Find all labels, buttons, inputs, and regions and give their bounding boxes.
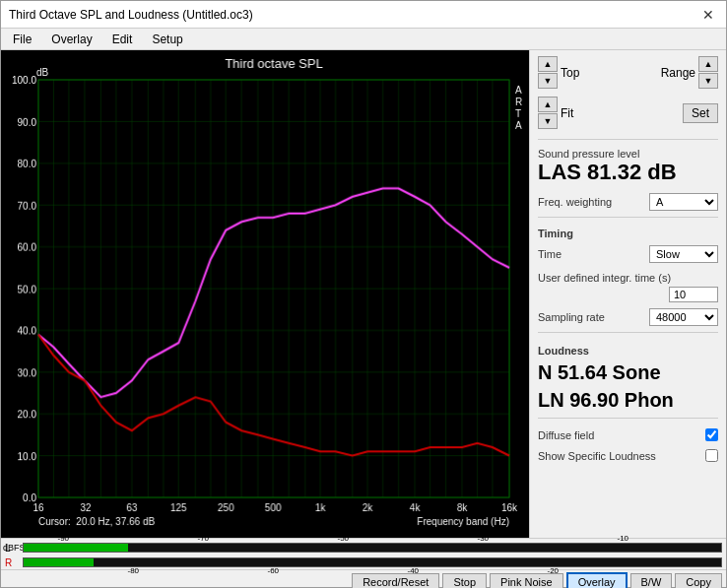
window-title: Third Octave SPL and Loudness (Untitled.…: [9, 8, 253, 22]
navigation-controls: ▲ ▼ Top Range ▲ ▼: [538, 56, 718, 89]
menu-edit[interactable]: Edit: [104, 31, 141, 47]
right-panel: ▲ ▼ Top Range ▲ ▼ ▲ ▼: [529, 50, 726, 538]
level-meters: L dBFS -90 -70 -50 -30 -10 dB R: [1, 539, 726, 569]
freq-weighting-row: Freq. weighting A B C Z: [538, 193, 718, 211]
menu-setup[interactable]: Setup: [144, 31, 190, 47]
menu-file[interactable]: File: [5, 31, 39, 47]
ln-value: LN 96.90 Phon: [538, 388, 718, 412]
spl-label: Sound pressure level: [538, 148, 718, 160]
diffuse-label: Diffuse field: [538, 429, 594, 441]
integr-label: User defined integr. time (s): [538, 272, 671, 284]
level-row-R: R -80 -60 -40 -20 dB: [5, 555, 722, 569]
freq-weighting-label: Freq. weighting: [538, 196, 612, 208]
bottom-buttons: Record/Reset Stop Pink Noise Overlay B/W…: [1, 569, 726, 588]
range-label: Range: [661, 66, 695, 80]
copy-button[interactable]: Copy: [675, 573, 722, 588]
main-window: Third Octave SPL and Loudness (Untitled.…: [0, 0, 727, 588]
freq-weighting-select[interactable]: A B C Z: [649, 193, 718, 211]
sampling-select[interactable]: 48000 44100 96000: [649, 308, 718, 326]
range-down-button[interactable]: ▼: [698, 73, 718, 89]
range-arrow-group: ▲ ▼: [698, 56, 718, 89]
specific-checkbox[interactable]: [705, 449, 718, 462]
top-down-button[interactable]: ▼: [538, 73, 558, 89]
spl-section: Sound pressure level LAS 81.32 dB: [538, 146, 718, 185]
title-bar: Third Octave SPL and Loudness (Untitled.…: [1, 1, 726, 29]
top-up-button[interactable]: ▲: [538, 56, 558, 72]
fit-down-button[interactable]: ▼: [538, 113, 558, 129]
pink-noise-button[interactable]: Pink Noise: [490, 573, 563, 588]
time-row: Time Slow Fast Impulse: [538, 245, 718, 263]
spectrum-chart: [1, 50, 529, 537]
time-label: Time: [538, 248, 562, 260]
fit-label: Fit: [561, 106, 573, 120]
stop-button[interactable]: Stop: [442, 573, 487, 588]
main-content: ▲ ▼ Top Range ▲ ▼ ▲ ▼: [1, 50, 726, 538]
diffuse-checkbox[interactable]: [705, 428, 718, 441]
n-value: N 51.64 Sone: [538, 360, 718, 384]
fit-arrow-group: ▲ ▼: [538, 97, 558, 129]
specific-loudness-row: Show Specific Loudness: [538, 449, 718, 462]
range-up-button[interactable]: ▲: [698, 56, 718, 72]
bw-button[interactable]: B/W: [630, 573, 673, 588]
close-button[interactable]: ✕: [698, 5, 718, 25]
sampling-row: Sampling rate 48000 44100 96000: [538, 308, 718, 326]
top-label: Top: [561, 66, 579, 80]
integr-row: User defined integr. time (s): [538, 271, 718, 302]
overlay-button[interactable]: Overlay: [566, 572, 628, 588]
bottom-area: L dBFS -90 -70 -50 -30 -10 dB R: [1, 538, 726, 587]
specific-label: Show Specific Loudness: [538, 450, 656, 462]
top-arrow-group: ▲ ▼: [538, 56, 558, 89]
spl-value: LAS 81.32 dB: [538, 160, 718, 185]
time-select[interactable]: Slow Fast Impulse: [649, 245, 718, 263]
record-reset-button[interactable]: Record/Reset: [352, 573, 439, 588]
diffuse-field-row: Diffuse field: [538, 428, 718, 441]
fit-up-button[interactable]: ▲: [538, 97, 558, 112]
level-ch-R: R: [5, 557, 21, 568]
set-button[interactable]: Set: [683, 103, 718, 123]
timing-section-label: Timing: [538, 228, 718, 239]
chart-area: [1, 50, 529, 538]
sampling-label: Sampling rate: [538, 311, 605, 323]
integr-input[interactable]: [669, 287, 718, 302]
loudness-section-label: Loudness: [538, 345, 718, 357]
menu-bar: File Overlay Edit Setup: [1, 29, 726, 50]
menu-overlay[interactable]: Overlay: [43, 31, 99, 47]
level-row-L: L dBFS -90 -70 -50 -30 -10 dB: [5, 541, 722, 555]
